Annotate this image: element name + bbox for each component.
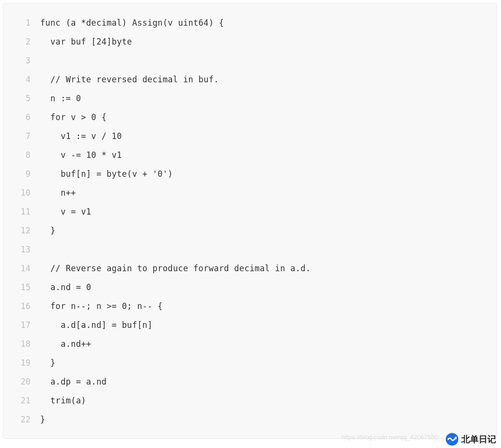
line-content: }: [40, 226, 56, 235]
line-number: 2: [3, 37, 40, 46]
code-line: 8 v -= 10 * v1: [3, 145, 489, 164]
code-line: 3: [3, 51, 489, 70]
line-content: a.d[a.nd] = buf[n]: [40, 320, 153, 330]
code-line: 19 }: [3, 353, 489, 372]
code-line: 14 // Reverse again to produce forward d…: [3, 259, 489, 278]
line-number: 12: [3, 226, 40, 235]
line-number: 20: [3, 377, 40, 386]
code-block: 1func (a *decimal) Assign(v uint64) {2 v…: [3, 3, 497, 439]
line-content: v1 := v / 10: [40, 131, 122, 141]
code-line: 13: [3, 240, 489, 259]
line-content: var buf [24]byte: [40, 37, 132, 46]
line-number: 15: [3, 282, 40, 292]
line-number: 17: [3, 320, 40, 330]
brand-name: 北单日记: [461, 433, 496, 445]
line-number: 22: [3, 415, 40, 424]
code-line: 5 n := 0: [3, 89, 489, 108]
svg-point-1: [455, 437, 457, 439]
line-number: 16: [3, 301, 40, 311]
code-line: 21 trim(a): [3, 391, 489, 410]
line-content: a.dp = a.nd: [40, 377, 107, 386]
watermark-text: https://blog.csdn.net/qq_42067550: [342, 433, 438, 441]
line-number: 18: [3, 339, 40, 349]
line-content: }: [40, 415, 46, 424]
line-content: a.nd++: [40, 339, 91, 349]
code-line: 12 }: [3, 221, 489, 240]
brand-label: 北单日记: [446, 433, 496, 446]
brand-logo-icon: [446, 433, 458, 446]
line-number: 13: [3, 245, 40, 254]
line-content: for n--; n >= 0; n-- {: [40, 301, 163, 311]
code-line: 16 for n--; n >= 0; n-- {: [3, 296, 489, 315]
line-number: 7: [3, 131, 40, 141]
code-line: 10 n++: [3, 183, 489, 202]
code-line: 6 for v > 0 {: [3, 108, 489, 126]
code-line: 11 v = v1: [3, 202, 489, 221]
code-line: 9 buf[n] = byte(v + '0'): [3, 164, 489, 183]
line-number: 19: [3, 358, 40, 368]
line-content: // Reverse again to produce forward deci…: [40, 263, 311, 273]
code-line: 15 a.nd = 0: [3, 278, 489, 296]
line-content: // Write reversed decimal in buf.: [40, 75, 219, 84]
code-line: 1func (a *decimal) Assign(v uint64) {: [3, 13, 489, 32]
code-line: 18 a.nd++: [3, 334, 489, 353]
line-number: 14: [3, 263, 40, 273]
line-content: for v > 0 {: [40, 112, 107, 122]
line-content: }: [40, 358, 56, 368]
code-line: 22}: [3, 410, 489, 429]
line-content: n++: [40, 188, 76, 198]
line-content: buf[n] = byte(v + '0'): [40, 169, 173, 179]
line-content: n := 0: [40, 93, 81, 103]
line-number: 4: [3, 75, 40, 84]
line-content: v = v1: [40, 207, 91, 216]
code-line: 2 var buf [24]byte: [3, 32, 489, 51]
line-number: 8: [3, 150, 40, 160]
line-content: v -= 10 * v1: [40, 150, 122, 160]
line-content: func (a *decimal) Assign(v uint64) {: [40, 18, 224, 28]
line-number: 1: [3, 18, 40, 28]
code-line: 4 // Write reversed decimal in buf.: [3, 70, 489, 89]
line-number: 11: [3, 207, 40, 216]
code-line: 17 a.d[a.nd] = buf[n]: [3, 315, 489, 334]
code-line: 20 a.dp = a.nd: [3, 372, 489, 391]
line-number: 5: [3, 93, 40, 103]
line-content: a.nd = 0: [40, 282, 91, 292]
code-line: 7 v1 := v / 10: [3, 126, 489, 145]
line-number: 9: [3, 169, 40, 179]
line-number: 10: [3, 188, 40, 198]
line-number: 3: [3, 56, 40, 65]
line-content: trim(a): [40, 396, 86, 405]
line-number: 6: [3, 112, 40, 122]
line-number: 21: [3, 396, 40, 405]
